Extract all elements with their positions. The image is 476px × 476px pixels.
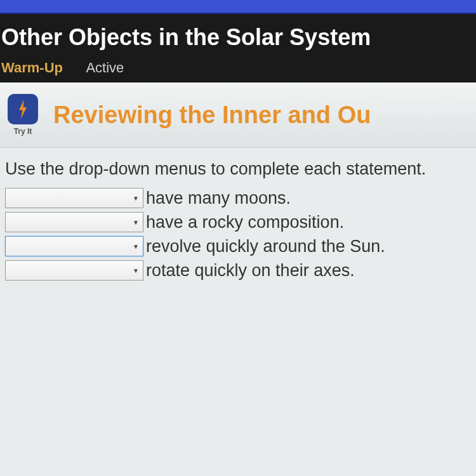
statement-text: have many moons. [146,188,291,208]
statements-list: ▼ have many moons. ▼ have a rocky compos… [0,188,476,281]
dropdown-4[interactable]: ▼ [5,260,143,281]
try-it-label: Try It [14,127,32,136]
chevron-down-icon: ▼ [133,243,139,250]
chevron-down-icon: ▼ [133,219,139,226]
chevron-down-icon: ▼ [133,267,139,274]
section-banner: Try It Reviewing the Inner and Ou [0,83,476,148]
statement-row: ▼ rotate quickly on their axes. [5,260,471,281]
statement-text: revolve quickly around the Sun. [146,237,385,256]
dropdown-2[interactable]: ▼ [5,212,143,232]
instructions-text: Use the drop-down menus to complete each… [0,148,476,188]
tab-warmup[interactable]: Warm-Up [1,60,63,76]
lightning-bolt-icon [17,100,29,119]
section-title: Reviewing the Inner and Ou [53,102,371,129]
statement-text: rotate quickly on their axes. [146,261,355,281]
lesson-header: Other Objects in the Solar System Warm-U… [0,14,476,83]
content-area: Try It Reviewing the Inner and Ou Use th… [0,83,476,281]
try-it-badge: Try It [8,94,38,136]
dropdown-1[interactable]: ▼ [5,188,143,208]
lesson-tabs: Warm-Up Active [0,60,476,76]
statement-row: ▼ have many moons. [5,188,471,208]
statement-text: have a rocky composition. [146,213,344,232]
dropdown-3[interactable]: ▼ [5,236,143,256]
window-top-bar [0,0,476,14]
tab-active[interactable]: Active [86,60,124,76]
chevron-down-icon: ▼ [133,195,139,202]
statement-row: ▼ revolve quickly around the Sun. [5,236,471,256]
statement-row: ▼ have a rocky composition. [5,212,471,232]
lesson-title: Other Objects in the Solar System [0,24,476,51]
try-it-icon-box [8,94,38,124]
